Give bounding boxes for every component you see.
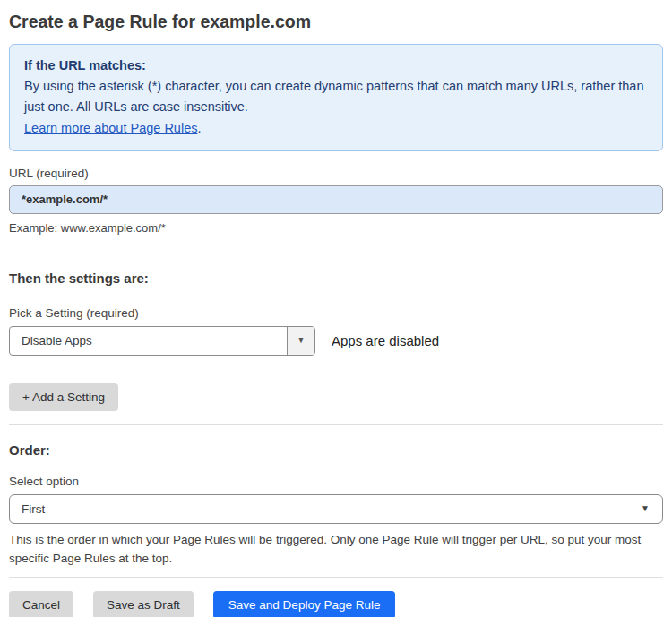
order-help-text: This is the order in which your Page Rul… (9, 531, 663, 569)
setting-select-value: Disable Apps (10, 327, 287, 355)
order-select-value: First (22, 502, 45, 516)
url-input[interactable] (9, 185, 663, 214)
settings-section-heading: Then the settings are: (9, 270, 663, 286)
save-draft-button[interactable]: Save as Draft (93, 591, 194, 617)
divider (9, 577, 663, 578)
url-label: URL (required) (9, 167, 663, 180)
divider (9, 253, 663, 253)
url-example-text: Example: www.example.com/* (9, 221, 663, 235)
order-select[interactable]: First ▼ (9, 494, 663, 524)
footer-actions: Cancel Save as Draft Save and Deploy Pag… (9, 591, 663, 617)
setting-select[interactable]: Disable Apps ▼ (9, 326, 315, 356)
order-section-heading: Order: (9, 442, 663, 458)
save-deploy-button[interactable]: Save and Deploy Page Rule (213, 591, 396, 617)
divider (9, 424, 663, 425)
cancel-button[interactable]: Cancel (9, 591, 73, 617)
select-option-label: Select option (9, 475, 663, 488)
setting-select-arrow-button[interactable]: ▼ (287, 327, 314, 355)
learn-more-page-rules-link[interactable]: Learn more about Page Rules (24, 121, 197, 135)
pick-setting-label: Pick a Setting (required) (9, 306, 663, 320)
caret-down-icon: ▼ (641, 504, 650, 513)
info-box-link-line: Learn more about Page Rules. (24, 118, 648, 139)
setting-row: Disable Apps ▼ Apps are disabled (9, 326, 663, 356)
url-match-info-box: If the URL matches: By using the asteris… (9, 44, 663, 151)
link-period: . (197, 121, 201, 135)
info-box-heading: If the URL matches: (24, 56, 648, 76)
add-setting-button[interactable]: + Add a Setting (9, 383, 118, 411)
info-box-body: By using the asterisk (*) character, you… (24, 76, 648, 117)
page-title: Create a Page Rule for example.com (9, 12, 663, 32)
setting-status-text: Apps are disabled (332, 333, 439, 348)
caret-down-icon: ▼ (297, 337, 306, 345)
